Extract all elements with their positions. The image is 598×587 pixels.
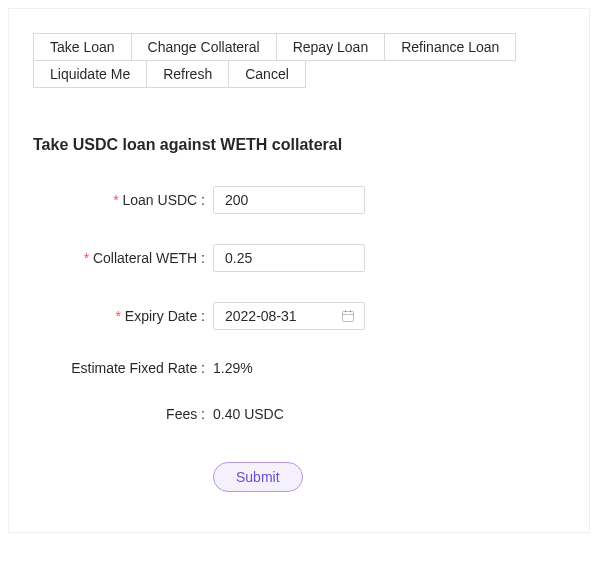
tab-refinance-loan[interactable]: Refinance Loan	[384, 33, 516, 61]
row-rate: Estimate Fixed Rate 1.29%	[33, 360, 565, 376]
tab-group: Take Loan Change Collateral Repay Loan R…	[33, 33, 565, 88]
label-expiry: Expiry Date	[33, 308, 213, 324]
tab-change-collateral[interactable]: Change Collateral	[131, 33, 277, 61]
input-expiry-date[interactable]	[213, 302, 365, 330]
value-fees: 0.40 USDC	[213, 406, 284, 422]
row-expiry: Expiry Date	[33, 302, 565, 330]
submit-button[interactable]: Submit	[213, 462, 303, 492]
value-rate: 1.29%	[213, 360, 253, 376]
tab-refresh[interactable]: Refresh	[146, 60, 229, 88]
row-fees: Fees 0.40 USDC	[33, 406, 565, 422]
label-loan: Loan USDC	[33, 192, 213, 208]
tab-row-2: Liquidate Me Refresh Cancel	[33, 60, 306, 88]
panel: Take Loan Change Collateral Repay Loan R…	[8, 8, 590, 533]
tab-take-loan[interactable]: Take Loan	[33, 33, 132, 61]
input-loan-usdc[interactable]	[213, 186, 365, 214]
input-collateral-weth[interactable]	[213, 244, 365, 272]
row-submit: Submit	[33, 462, 565, 492]
label-fees: Fees	[33, 406, 213, 422]
tab-row-1: Take Loan Change Collateral Repay Loan R…	[33, 33, 516, 61]
tab-repay-loan[interactable]: Repay Loan	[276, 33, 386, 61]
page-heading: Take USDC loan against WETH collateral	[33, 136, 565, 154]
tab-liquidate-me[interactable]: Liquidate Me	[33, 60, 147, 88]
label-rate: Estimate Fixed Rate	[33, 360, 213, 376]
tab-cancel[interactable]: Cancel	[228, 60, 306, 88]
row-collateral: Collateral WETH	[33, 244, 565, 272]
label-collateral: Collateral WETH	[33, 250, 213, 266]
row-loan: Loan USDC	[33, 186, 565, 214]
